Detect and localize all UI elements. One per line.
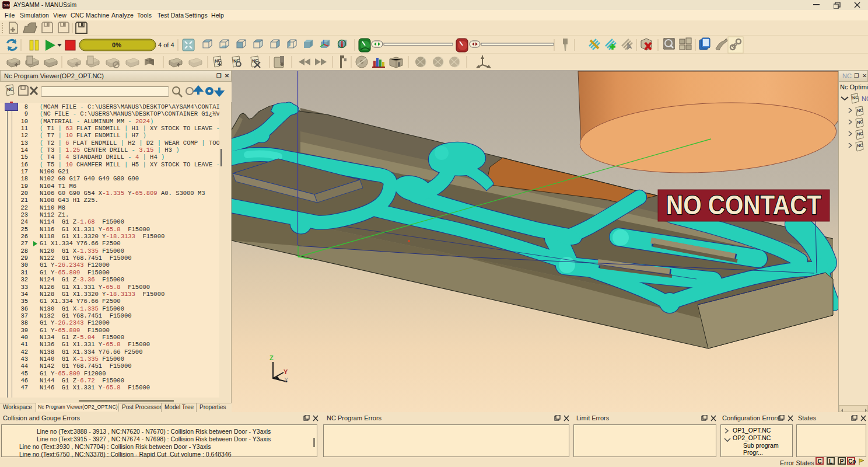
svg-text:4 of 4: 4 of 4 xyxy=(158,41,174,48)
svg-text:NC: NC xyxy=(6,86,14,92)
svg-text:Y: Y xyxy=(284,368,288,375)
svg-text:Z: Z xyxy=(270,354,274,361)
svg-text:NC: NC xyxy=(856,107,863,113)
svg-text:0%: 0% xyxy=(112,41,121,48)
svg-text:NO CONTACT: NO CONTACT xyxy=(666,190,821,220)
svg-text:NC: NC xyxy=(852,95,859,100)
svg-text:NC: NC xyxy=(214,58,222,64)
svg-text:NC: NC xyxy=(856,142,863,148)
svg-text:NC: NC xyxy=(856,119,863,125)
svg-text:NC: NC xyxy=(862,95,868,102)
svg-text:X: X xyxy=(284,377,289,384)
svg-text:NC: NC xyxy=(856,131,863,137)
